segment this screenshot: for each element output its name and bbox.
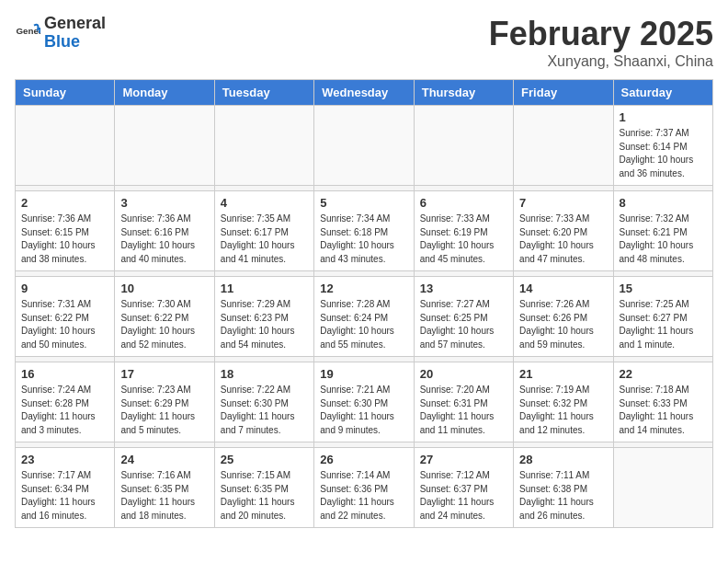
day-number: 25 (221, 453, 308, 466)
day-info: Sunrise: 7:20 AM Sunset: 6:31 PM Dayligh… (420, 384, 507, 437)
svg-text:General: General (16, 26, 40, 36)
day-info: Sunrise: 7:18 AM Sunset: 6:33 PM Dayligh… (620, 384, 707, 437)
day-number: 14 (519, 282, 607, 295)
weekday-header-saturday: Saturday (613, 80, 712, 106)
calendar-cell: 21Sunrise: 7:19 AM Sunset: 6:32 PM Dayli… (514, 362, 613, 442)
calendar-cell: 11Sunrise: 7:29 AM Sunset: 6:23 PM Dayli… (214, 277, 313, 357)
day-info: Sunrise: 7:12 AM Sunset: 6:37 PM Dayligh… (420, 469, 507, 523)
calendar-cell (115, 106, 214, 186)
calendar-cell: 18Sunrise: 7:22 AM Sunset: 6:30 PM Dayli… (214, 362, 313, 442)
month-title: February 2025 (489, 15, 713, 53)
logo-blue: Blue (44, 33, 106, 52)
day-number: 27 (420, 453, 507, 466)
day-info: Sunrise: 7:21 AM Sunset: 6:30 PM Dayligh… (320, 384, 407, 437)
day-number: 13 (420, 282, 507, 295)
day-number: 26 (320, 453, 407, 466)
day-number: 9 (21, 282, 108, 295)
day-number: 19 (320, 367, 407, 381)
calendar-cell: 28Sunrise: 7:11 AM Sunset: 6:38 PM Dayli… (514, 448, 613, 528)
day-info: Sunrise: 7:30 AM Sunset: 6:22 PM Dayligh… (120, 298, 208, 351)
calendar-week-3: 9Sunrise: 7:31 AM Sunset: 6:22 PM Daylig… (16, 277, 713, 357)
calendar-cell: 26Sunrise: 7:14 AM Sunset: 6:36 PM Dayli… (314, 448, 414, 528)
calendar-cell: 23Sunrise: 7:17 AM Sunset: 6:34 PM Dayli… (16, 448, 115, 528)
calendar-week-5: 23Sunrise: 7:17 AM Sunset: 6:34 PM Dayli… (16, 448, 713, 528)
day-info: Sunrise: 7:22 AM Sunset: 6:30 PM Dayligh… (221, 384, 308, 437)
day-number: 1 (620, 110, 707, 124)
day-info: Sunrise: 7:26 AM Sunset: 6:26 PM Dayligh… (519, 298, 607, 351)
calendar-cell: 2Sunrise: 7:36 AM Sunset: 6:15 PM Daylig… (16, 191, 115, 271)
calendar-cell (16, 106, 115, 186)
day-info: Sunrise: 7:36 AM Sunset: 6:16 PM Dayligh… (120, 213, 208, 266)
weekday-header-monday: Monday (115, 80, 214, 106)
day-info: Sunrise: 7:33 AM Sunset: 6:19 PM Dayligh… (420, 213, 507, 266)
weekday-header-friday: Friday (514, 80, 613, 106)
calendar-cell (414, 106, 513, 186)
title-block: February 2025 Xunyang, Shaanxi, China (489, 15, 713, 70)
calendar-cell: 7Sunrise: 7:33 AM Sunset: 6:20 PM Daylig… (514, 191, 613, 271)
day-info: Sunrise: 7:33 AM Sunset: 6:20 PM Dayligh… (519, 213, 607, 266)
page-header: General General Blue February 2025 Xunya… (15, 15, 713, 70)
day-number: 5 (320, 196, 407, 210)
calendar-cell: 9Sunrise: 7:31 AM Sunset: 6:22 PM Daylig… (16, 277, 115, 357)
calendar-cell: 27Sunrise: 7:12 AM Sunset: 6:37 PM Dayli… (414, 448, 513, 528)
day-info: Sunrise: 7:28 AM Sunset: 6:24 PM Dayligh… (320, 298, 407, 351)
weekday-header-row: SundayMondayTuesdayWednesdayThursdayFrid… (16, 80, 713, 106)
day-info: Sunrise: 7:14 AM Sunset: 6:36 PM Dayligh… (320, 469, 407, 523)
day-number: 16 (21, 367, 108, 381)
day-info: Sunrise: 7:16 AM Sunset: 6:35 PM Dayligh… (120, 469, 208, 523)
day-info: Sunrise: 7:35 AM Sunset: 6:17 PM Dayligh… (221, 213, 308, 266)
calendar-cell: 14Sunrise: 7:26 AM Sunset: 6:26 PM Dayli… (514, 277, 613, 357)
day-number: 24 (120, 453, 208, 466)
calendar-cell (514, 106, 613, 186)
day-number: 15 (620, 282, 707, 295)
day-info: Sunrise: 7:19 AM Sunset: 6:32 PM Dayligh… (519, 384, 607, 437)
day-info: Sunrise: 7:32 AM Sunset: 6:21 PM Dayligh… (620, 213, 707, 266)
day-info: Sunrise: 7:23 AM Sunset: 6:29 PM Dayligh… (120, 384, 208, 437)
day-info: Sunrise: 7:31 AM Sunset: 6:22 PM Dayligh… (21, 298, 108, 351)
logo-general: General (44, 15, 106, 33)
calendar-cell: 17Sunrise: 7:23 AM Sunset: 6:29 PM Dayli… (115, 362, 214, 442)
calendar-cell: 25Sunrise: 7:15 AM Sunset: 6:35 PM Dayli… (214, 448, 313, 528)
day-info: Sunrise: 7:25 AM Sunset: 6:27 PM Dayligh… (620, 298, 707, 351)
calendar-cell: 6Sunrise: 7:33 AM Sunset: 6:19 PM Daylig… (414, 191, 513, 271)
day-info: Sunrise: 7:29 AM Sunset: 6:23 PM Dayligh… (221, 298, 308, 351)
weekday-header-tuesday: Tuesday (214, 80, 313, 106)
day-number: 12 (320, 282, 407, 295)
calendar-cell: 22Sunrise: 7:18 AM Sunset: 6:33 PM Dayli… (613, 362, 712, 442)
calendar-cell (214, 106, 313, 186)
day-info: Sunrise: 7:17 AM Sunset: 6:34 PM Dayligh… (21, 469, 108, 523)
day-info: Sunrise: 7:11 AM Sunset: 6:38 PM Dayligh… (519, 469, 607, 523)
day-number: 17 (120, 367, 208, 381)
calendar-cell: 10Sunrise: 7:30 AM Sunset: 6:22 PM Dayli… (115, 277, 214, 357)
day-number: 7 (519, 196, 607, 210)
weekday-header-sunday: Sunday (16, 80, 115, 106)
calendar-cell: 1Sunrise: 7:37 AM Sunset: 6:14 PM Daylig… (613, 106, 712, 186)
calendar-week-1: 1Sunrise: 7:37 AM Sunset: 6:14 PM Daylig… (16, 106, 713, 186)
day-number: 23 (21, 453, 108, 466)
day-number: 11 (221, 282, 308, 295)
calendar-cell: 20Sunrise: 7:20 AM Sunset: 6:31 PM Dayli… (414, 362, 513, 442)
calendar-cell: 24Sunrise: 7:16 AM Sunset: 6:35 PM Dayli… (115, 448, 214, 528)
day-number: 8 (620, 196, 707, 210)
day-number: 20 (420, 367, 507, 381)
calendar-cell (314, 106, 414, 186)
day-info: Sunrise: 7:34 AM Sunset: 6:18 PM Dayligh… (320, 213, 407, 266)
calendar-cell: 19Sunrise: 7:21 AM Sunset: 6:30 PM Dayli… (314, 362, 414, 442)
calendar-table: SundayMondayTuesdayWednesdayThursdayFrid… (15, 79, 713, 528)
day-info: Sunrise: 7:36 AM Sunset: 6:15 PM Dayligh… (21, 213, 108, 266)
day-number: 28 (519, 453, 607, 466)
location: Xunyang, Shaanxi, China (489, 53, 713, 70)
day-info: Sunrise: 7:27 AM Sunset: 6:25 PM Dayligh… (420, 298, 507, 351)
calendar-cell: 3Sunrise: 7:36 AM Sunset: 6:16 PM Daylig… (115, 191, 214, 271)
day-number: 3 (120, 196, 208, 210)
logo-icon: General (15, 20, 40, 46)
calendar-cell: 12Sunrise: 7:28 AM Sunset: 6:24 PM Dayli… (314, 277, 414, 357)
logo: General General Blue (15, 15, 106, 52)
calendar-week-2: 2Sunrise: 7:36 AM Sunset: 6:15 PM Daylig… (16, 191, 713, 271)
calendar-cell: 4Sunrise: 7:35 AM Sunset: 6:17 PM Daylig… (214, 191, 313, 271)
day-info: Sunrise: 7:37 AM Sunset: 6:14 PM Dayligh… (620, 127, 707, 180)
day-number: 22 (620, 367, 707, 381)
calendar-cell (613, 448, 712, 528)
weekday-header-thursday: Thursday (414, 80, 513, 106)
calendar-cell: 15Sunrise: 7:25 AM Sunset: 6:27 PM Dayli… (613, 277, 712, 357)
